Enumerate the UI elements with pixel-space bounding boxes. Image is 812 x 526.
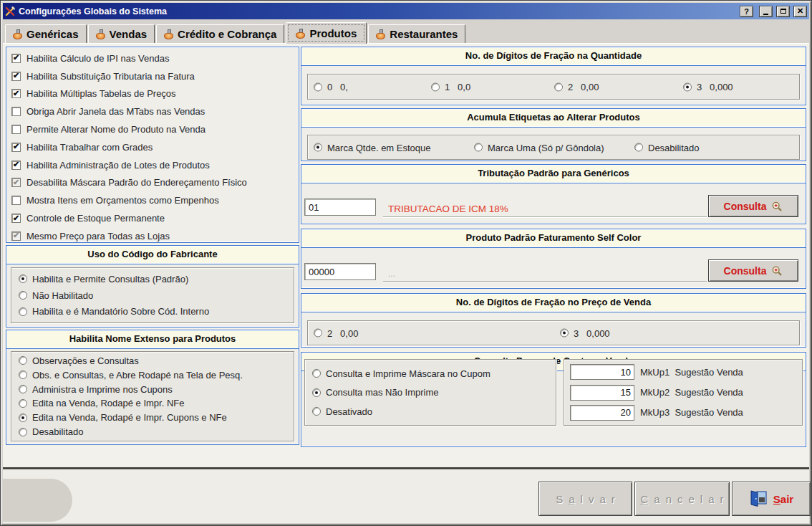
tab-restaurantes[interactable]: Restaurantes: [368, 24, 465, 43]
checkbox[interactable]: [11, 125, 21, 134]
radio[interactable]: [19, 385, 27, 393]
checkbox: [11, 178, 21, 187]
checkbox-row[interactable]: Permite Alterar Nome do Produto na Venda: [6, 120, 299, 138]
mkup2-input[interactable]: [570, 385, 634, 401]
radio-row[interactable]: 0 0,: [314, 82, 348, 92]
maximize-button[interactable]: [776, 6, 790, 17]
fabricante-radio-group: Habilita e Permite Consultas (Padrão) Nã…: [11, 267, 294, 323]
tab-produtos[interactable]: Produtos: [286, 22, 367, 44]
radio[interactable]: [19, 291, 27, 300]
close-button[interactable]: ✕: [793, 6, 807, 17]
radio[interactable]: [314, 143, 322, 152]
tab-vendas[interactable]: Vendas: [88, 24, 155, 43]
radio-row[interactable]: 2 0,00: [554, 82, 599, 92]
section-consulta-custo: Consulta Preços de Custo na Venda Consul…: [301, 352, 806, 447]
markup-row: MkUp1 Sugestão Venda: [570, 364, 796, 380]
radio-row[interactable]: Consulta e Imprime Máscara no Cupom: [312, 368, 556, 379]
section-title: Tributação Padrão para Genéricos: [301, 165, 806, 183]
checkbox[interactable]: [11, 89, 21, 98]
radio-row[interactable]: Marca Uma (Só p/ Gôndola): [474, 142, 604, 153]
checkbox-row[interactable]: Habilita Trabalhar com Grades: [6, 138, 299, 156]
produto-description-field: ...: [383, 260, 707, 282]
radio-row[interactable]: Administra e Imprime nos Cupons: [19, 384, 294, 395]
checkbox[interactable]: [11, 72, 21, 81]
radio[interactable]: [474, 143, 483, 152]
checkbox[interactable]: [11, 161, 21, 170]
radio-row[interactable]: Consulta mas Não Imprime: [312, 387, 556, 398]
radio-row[interactable]: Edita na Venda, Rodapé e Impr. Cupons e …: [19, 412, 294, 423]
cancel-button[interactable]: Cancelar: [634, 482, 730, 516]
radio[interactable]: [312, 388, 321, 397]
checkbox[interactable]: [11, 107, 21, 116]
radio-row[interactable]: Obs. e Consultas, e Abre Rodapé na Tela …: [19, 370, 294, 381]
maximize-icon: [780, 9, 786, 14]
tributacao-code-input[interactable]: [304, 199, 376, 216]
radio-row[interactable]: Desabilitado: [19, 426, 294, 437]
checkbox-label: Desabilita Máscara Padrão do Endereçamen…: [26, 177, 247, 188]
section-fracao-quantidade: No. de Dígitos de Fração na Quantidade 0…: [301, 47, 806, 105]
radio-row[interactable]: 1 0,0: [431, 82, 470, 92]
exit-button[interactable]: Sair: [732, 482, 811, 516]
radio[interactable]: [19, 370, 27, 379]
consulta-tributacao-button[interactable]: Consulta: [708, 195, 798, 217]
radio[interactable]: [19, 307, 27, 316]
hand-icon: [164, 29, 173, 39]
radio[interactable]: [19, 413, 27, 422]
radio[interactable]: [19, 428, 27, 436]
radio-row[interactable]: Marca Qtde. em Estoque: [314, 142, 431, 153]
checkbox-row[interactable]: Habilita Substituição Tributaria na Fatu…: [6, 67, 299, 85]
checkbox-row[interactable]: Habilita Cálculo de IPI nas Vendas: [6, 49, 299, 67]
decorative-corner-shape: [3, 479, 72, 522]
markup-row: MkUp3 Sugestão Venda: [570, 405, 796, 421]
checkbox[interactable]: [11, 214, 21, 223]
radio[interactable]: [560, 329, 569, 338]
radio[interactable]: [634, 143, 643, 152]
radio-row[interactable]: Observações e Consultas: [19, 355, 294, 366]
minimize-icon: [763, 14, 768, 15]
radio[interactable]: [683, 82, 692, 91]
radio[interactable]: [312, 407, 321, 416]
help-button[interactable]: ?: [740, 6, 753, 17]
radio[interactable]: [314, 329, 322, 338]
radio-row[interactable]: Desabilitado: [634, 142, 700, 153]
minimize-button[interactable]: [759, 6, 773, 17]
radio-row[interactable]: 3 0,000: [683, 82, 733, 92]
markup-group: MkUp1 Sugestão Venda MkUp2 Sugestão Vend…: [564, 359, 803, 426]
checkbox-row[interactable]: Controle de Estoque Permanente: [6, 209, 299, 227]
consulta-produto-button[interactable]: Consulta: [708, 259, 798, 282]
save-button[interactable]: Salvar: [538, 482, 632, 516]
radio-row[interactable]: Não Habilitado: [19, 290, 294, 301]
checkbox-row[interactable]: Mostra Itens em Orçamentos como Empenhos: [6, 191, 299, 209]
radio[interactable]: [19, 274, 27, 283]
checkbox[interactable]: [11, 143, 21, 152]
tab-credito-cobranca[interactable]: Crédito e Cobrança: [156, 24, 284, 43]
radio[interactable]: [314, 82, 322, 91]
radio-row[interactable]: Desativado: [312, 406, 556, 417]
checkbox[interactable]: [11, 196, 21, 205]
radio-row[interactable]: Habilita e é Mandatório Sobre Cód. Inter…: [19, 306, 294, 317]
tab-page-produtos: Habilita Cálculo de IPI nas Vendas Habil…: [3, 43, 809, 468]
checkbox-row[interactable]: Habilita Múltiplas Tabelas de Preços: [6, 85, 299, 103]
checkbox-row[interactable]: Habilita Administração de Lotes de Produ…: [6, 156, 299, 174]
hand-icon: [296, 29, 305, 39]
options-checkbox-panel: Habilita Cálculo de IPI nas Vendas Habil…: [6, 47, 299, 243]
radio[interactable]: [19, 356, 27, 365]
radio-row[interactable]: Edita na Venda, Rodapé e Impr. NFe: [19, 398, 294, 408]
section-title: No. de Dígitos de Fração na Quantidade: [301, 47, 806, 66]
radio[interactable]: [554, 82, 563, 91]
title-bar: Configurações Globais do Sistema ? ✕: [3, 3, 809, 19]
radio-row[interactable]: 2 0,00: [314, 327, 358, 338]
produto-code-input[interactable]: [304, 263, 376, 280]
checkbox[interactable]: [11, 54, 21, 63]
tab-genericas[interactable]: Genéricas: [5, 24, 87, 43]
radio-row[interactable]: 3 0,000: [560, 327, 610, 338]
checkbox-label: Habilita Administração de Lotes de Produ…: [26, 160, 210, 171]
mkup1-input[interactable]: [570, 364, 634, 380]
mkup3-input[interactable]: [570, 405, 634, 421]
checkbox-label: Habilita Múltiplas Tabelas de Preços: [26, 88, 176, 99]
checkbox-row[interactable]: Obriga Abrir Janela das MTabs nas Vendas: [6, 102, 299, 120]
radio[interactable]: [312, 369, 321, 378]
radio[interactable]: [431, 82, 440, 91]
radio-row[interactable]: Habilita e Permite Consultas (Padrão): [19, 274, 294, 284]
radio[interactable]: [19, 399, 27, 408]
